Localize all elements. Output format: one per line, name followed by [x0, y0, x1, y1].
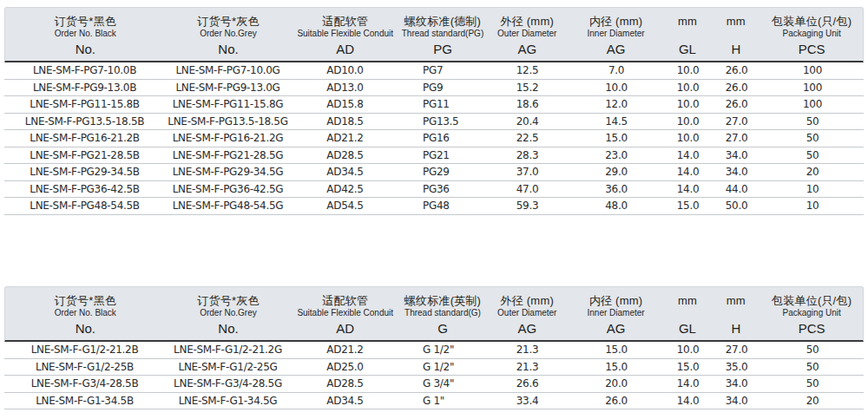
table-cell: AD54.5	[291, 200, 399, 212]
table-header-row: 订货号*黑色Order No. BlackNo.订货号*灰色Order No.G…	[4, 7, 864, 62]
table-cell: 14.0	[664, 149, 712, 161]
table-cell: G 1/2"	[399, 344, 486, 356]
table-cell: 28.3	[486, 149, 569, 161]
table-cell: PG48	[399, 200, 486, 212]
table-row: LNE-SM-F-PG9-13.0BLNE-SM-F-PG9-13.0GAD13…	[4, 80, 864, 97]
table-cell: 12.0	[569, 98, 664, 110]
column-header: 外径 (mm)Outer DiameterAG	[486, 287, 569, 340]
table-cell: 47.0	[486, 183, 569, 195]
table-cell: PG13.5	[399, 115, 486, 128]
table-cell: 50	[761, 344, 864, 356]
table-header-row: 订货号*黑色Order No. BlackNo.订货号*灰色Order No.G…	[4, 286, 864, 342]
table-cell: AD28.5	[291, 149, 399, 161]
column-header: 内径 (mm)Inner DiameterAG	[569, 8, 664, 61]
table-cell: 10	[761, 200, 864, 212]
column-header-code: H	[711, 321, 760, 337]
table-cell: G 1/2"	[399, 361, 486, 373]
table-cell: 26.0	[569, 395, 664, 407]
column-header: 订货号*灰色Order No.GreyNo.	[166, 8, 292, 61]
table-cell: 50	[761, 115, 864, 128]
table-cell: 50	[761, 132, 864, 144]
table-cell: LNE-SM-F-PG11-15.8B	[4, 98, 165, 110]
table-cell: AD34.5	[291, 395, 399, 407]
column-header-en	[711, 29, 760, 39]
column-header-cn: 适配软管	[291, 294, 399, 308]
table-row: LNE-SM-F-G1/2-21.2BLNE-SM-F-G1/2-21.2GAD…	[4, 342, 864, 359]
table-cell: LNE-SM-F-PG29-34.5B	[4, 166, 165, 178]
table-cell: PG36	[399, 183, 486, 195]
table-cell: 27.0	[712, 132, 761, 144]
table-row: LNE-SM-F-PG29-34.5BLNE-SM-F-PG29-34.5GAD…	[4, 164, 864, 181]
column-header-cn: mm	[711, 294, 760, 308]
column-header: 订货号*黑色Order No. BlackNo.	[5, 287, 166, 340]
column-header-en: Suitable Flexible Conduit	[291, 29, 399, 39]
column-header: 适配软管Suitable Flexible ConduitAD	[291, 287, 399, 340]
column-header: 包装单位(只/包)Packaging UnitPCS	[760, 287, 863, 340]
table-cell: 22.5	[486, 132, 569, 144]
table-cell: LNE-SM-F-G3/4-28.5G	[165, 377, 291, 390]
table-cell: 10	[761, 183, 864, 195]
column-header-code: No.	[5, 321, 166, 337]
table-row: LNE-SM-F-PG13.5-18.5BLNE-SM-F-PG13.5-18.…	[4, 114, 864, 131]
column-header-en: Packaging Unit	[760, 308, 863, 318]
table-cell: 27.0	[712, 344, 761, 356]
column-header-cn: 内径 (mm)	[569, 15, 664, 29]
table-cell: 10.0	[569, 82, 664, 94]
table-cell: 21.3	[486, 344, 569, 356]
table-cell: AD34.5	[291, 166, 399, 178]
table-cell: 26.0	[712, 98, 761, 110]
table-row: LNE-SM-F-PG16-21.2BLNE-SM-F-PG16-21.2GAD…	[4, 130, 864, 147]
column-header-cn: 订货号*灰色	[166, 294, 292, 308]
column-header-en	[663, 308, 711, 318]
table-cell: LNE-SM-F-G1-34.5G	[165, 395, 291, 407]
table-cell: 44.0	[712, 183, 761, 195]
table-cell: 14.0	[664, 183, 712, 195]
table-cell: 48.0	[569, 200, 664, 212]
column-header-en: Outer Diameter	[486, 308, 569, 318]
table-cell: 20.4	[486, 115, 569, 128]
table-cell: PG9	[399, 82, 486, 94]
table-cell: 100	[761, 82, 864, 94]
table-cell: 10.0	[664, 115, 712, 128]
table-cell: AD18.5	[291, 115, 399, 128]
column-header-code: AG	[486, 42, 569, 57]
column-header-cn: mm	[663, 15, 711, 29]
column-header: 订货号*黑色Order No. BlackNo.	[5, 8, 166, 61]
column-header: 订货号*灰色Order No.GreyNo.	[166, 287, 292, 340]
column-header-cn: 外径 (mm)	[486, 15, 569, 29]
table-cell: LNE-SM-F-PG7-10.0G	[165, 64, 291, 76]
table-cell: AD28.5	[291, 377, 399, 390]
table-cell: LNE-SM-F-PG13.5-18.5B	[4, 115, 165, 128]
table-cell: 14.0	[664, 377, 712, 390]
table-cell: 50	[761, 149, 864, 161]
table-row: LNE-SM-F-PG7-10.0BLNE-SM-F-PG7-10.0GAD10…	[4, 62, 864, 80]
table-row: LNE-SM-F-G3/4-28.5BLNE-SM-F-G3/4-28.5GAD…	[4, 376, 864, 393]
column-header-code: AG	[569, 42, 664, 57]
table-cell: 20.0	[569, 377, 664, 390]
table-cell: 14.0	[664, 395, 712, 407]
column-header-en: Thread standard(PG)	[399, 29, 486, 39]
column-header-cn: 螺纹标准(英制)	[399, 294, 486, 308]
column-header-code: H	[711, 42, 760, 57]
table-cell: 18.6	[486, 98, 569, 110]
table-cell: LNE-SM-F-G1/2-25B	[4, 361, 165, 373]
table-cell: 34.0	[712, 166, 761, 178]
table-cell: LNE-SM-F-PG48-54.5B	[4, 200, 165, 212]
table-cell: LNE-SM-F-PG9-13.0G	[165, 82, 291, 94]
table-cell: 59.3	[486, 200, 569, 212]
g-thread-table: 订货号*黑色Order No. BlackNo.订货号*灰色Order No.G…	[4, 286, 864, 409]
table-row: LNE-SM-F-PG11-15.8BLNE-SM-F-PG11-15.8GAD…	[4, 96, 864, 114]
table-cell: 26.6	[486, 377, 569, 390]
table-cell: PG16	[399, 132, 486, 144]
table-cell: 33.4	[486, 395, 569, 407]
column-header-en: Inner Diameter	[569, 29, 664, 39]
column-header-code: G	[399, 321, 486, 337]
table-cell: LNE-SM-F-G1/2-25G	[165, 361, 291, 373]
table-cell: 15.0	[664, 361, 712, 373]
pg-thread-table: 订货号*黑色Order No. BlackNo.订货号*灰色Order No.G…	[4, 7, 864, 215]
column-header-code: No.	[166, 321, 292, 337]
column-header-code: AD	[291, 42, 399, 57]
column-header-code: No.	[5, 42, 166, 57]
table-cell: 26.0	[712, 82, 761, 94]
column-header-en: Order No. Black	[5, 29, 166, 39]
